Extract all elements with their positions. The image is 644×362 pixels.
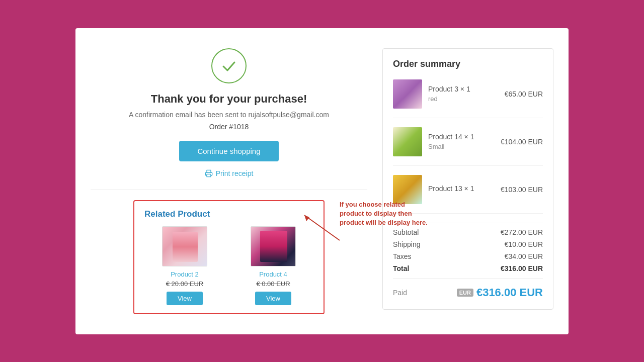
- paid-section: Paid EUR €316.00 EUR: [393, 279, 543, 299]
- products-row: Product 2 € 20.00 EUR View Product 4 € 0…: [144, 226, 313, 305]
- product-4-name: Product 4: [259, 270, 287, 278]
- subtotal-row: Subtotal €272.00 EUR: [393, 228, 543, 236]
- subtotal-label: Subtotal: [393, 228, 419, 236]
- checkmark-icon: [220, 57, 237, 74]
- eur-badge: EUR: [457, 289, 473, 297]
- print-receipt-link[interactable]: Print receipt: [205, 169, 254, 177]
- paid-amount-wrapper: EUR €316.00 EUR: [457, 286, 543, 299]
- taxes-value: €34.00 EUR: [505, 252, 543, 260]
- taxes-row: Taxes €34.00 EUR: [393, 252, 543, 260]
- item-1-img-art: [393, 79, 422, 109]
- checkmark-circle: [211, 48, 247, 83]
- paid-label: Paid: [393, 289, 407, 297]
- item-2-price: €104.00 EUR: [501, 138, 543, 146]
- related-products-title: Related Product: [144, 209, 313, 219]
- svg-line-1: [304, 215, 340, 240]
- subtotal-value: €272.00 EUR: [501, 228, 543, 236]
- confirmation-email: A confirmation email has been sent to ru…: [129, 111, 329, 119]
- item-2-image: [393, 127, 422, 156]
- shipping-row: Shipping €10.00 EUR: [393, 240, 543, 248]
- shipping-value: €10.00 EUR: [505, 240, 543, 248]
- thank-you-title: Thank you for your purchase!: [151, 93, 307, 106]
- right-panel: Order summary Product 3 × 1 red €65.00 E…: [382, 48, 553, 314]
- order-item-1: Product 3 × 1 red €65.00 EUR: [393, 79, 543, 118]
- left-panel: Thank you for your purchase! A confirmat…: [91, 48, 367, 314]
- product-4-image: [251, 226, 296, 266]
- shipping-label: Shipping: [393, 240, 421, 248]
- item-1-image: [393, 79, 422, 109]
- product-card-2: Product 2 € 20.00 EUR View: [144, 226, 225, 305]
- item-3-details: Product 13 × 1: [428, 185, 495, 195]
- continue-shopping-button[interactable]: Continue shopping: [179, 141, 278, 161]
- product-2-img-art: [163, 227, 207, 266]
- page-container: Thank you for your purchase! A confirmat…: [75, 28, 569, 334]
- item-1-variant: red: [428, 95, 499, 103]
- taxes-label: Taxes: [393, 252, 412, 260]
- annotation-container: If you choose related product to display…: [340, 200, 430, 228]
- total-value: €316.00 EUR: [501, 264, 543, 273]
- item-1-name: Product 3 × 1: [428, 85, 499, 93]
- svg-marker-2: [304, 215, 309, 221]
- printer-icon: [205, 169, 213, 177]
- product-4-price: € 0.00 EUR: [256, 280, 290, 288]
- order-summary-box: Order summary Product 3 × 1 red €65.00 E…: [382, 48, 553, 310]
- print-receipt-label: Print receipt: [216, 169, 254, 177]
- item-2-name: Product 14 × 1: [428, 133, 495, 141]
- annotation-arrow: [299, 210, 345, 245]
- section-divider: [91, 190, 367, 190]
- product-2-price: € 20.00 EUR: [166, 280, 203, 288]
- product-2-name: Product 2: [171, 270, 199, 278]
- item-2-variant: Small: [428, 143, 495, 150]
- product-2-image: [162, 226, 207, 266]
- item-1-details: Product 3 × 1 red: [428, 85, 499, 103]
- related-products-section: Related Product Product 2 € 20.00 EUR Vi…: [133, 200, 325, 314]
- total-row: Total €316.00 EUR: [393, 264, 543, 273]
- order-number: Order #1018: [209, 123, 249, 131]
- item-1-price: €65.00 EUR: [505, 90, 543, 98]
- svg-rect-0: [207, 174, 211, 176]
- item-2-details: Product 14 × 1 Small: [428, 133, 495, 150]
- product-2-view-button[interactable]: View: [167, 292, 203, 305]
- item-3-name: Product 13 × 1: [428, 185, 495, 193]
- total-label: Total: [393, 264, 409, 273]
- item-3-price: €103.00 EUR: [501, 186, 543, 194]
- paid-amount: €316.00 EUR: [476, 286, 543, 299]
- order-item-2: Product 14 × 1 Small €104.00 EUR: [393, 127, 543, 166]
- related-wrapper: Related Product Product 2 € 20.00 EUR Vi…: [133, 200, 325, 314]
- product-4-view-button[interactable]: View: [255, 292, 291, 305]
- product-4-img-art: [251, 227, 295, 266]
- order-summary-title: Order summary: [393, 59, 543, 69]
- item-2-img-art: [393, 127, 422, 156]
- annotation-text: If you choose related product to display…: [340, 200, 430, 228]
